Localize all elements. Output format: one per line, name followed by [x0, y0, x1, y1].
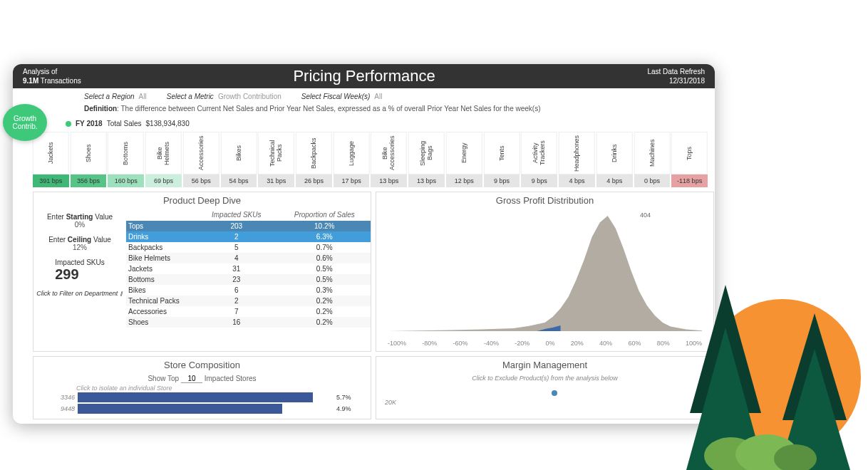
panel-store-composition: Store Composition Show Top Impacted Stor…	[33, 356, 371, 419]
deepdive-table: Impacted SKUs Proportion of Sales Tops20…	[126, 209, 371, 328]
analysis-label: Analysis of	[23, 67, 81, 76]
category-bps: 56 bps	[183, 174, 219, 187]
margin-point[interactable]	[552, 390, 557, 396]
dashboard: Analysis of 9.1M Transactions Pricing Pe…	[13, 64, 715, 424]
category-label: Bikes	[221, 132, 257, 174]
impacted-skus-label: Impacted SKUs	[55, 258, 104, 266]
col-impacted-skus: Impacted SKUs	[192, 211, 281, 219]
category-tents[interactable]: Tents9 bps	[484, 132, 520, 187]
table-row[interactable]: Tops20310.2%	[126, 221, 371, 231]
category-bps: 9 bps	[484, 174, 520, 187]
category-label: Drinks	[596, 132, 633, 174]
category-accessories[interactable]: Accessories56 bps	[183, 132, 219, 187]
category-bps: 391 bps	[33, 174, 69, 187]
start-value[interactable]: 0%	[47, 221, 113, 229]
category-label: Bike Accessories	[371, 132, 407, 174]
fy-dot-icon	[66, 121, 71, 127]
category-bps: 160 bps	[108, 174, 144, 187]
category-bps: 13 bps	[408, 174, 445, 187]
ceiling-value[interactable]: 12%	[48, 244, 111, 251]
category-shoes[interactable]: Shoes356 bps	[71, 132, 107, 187]
category-machines[interactable]: Machines0 bps	[634, 132, 671, 187]
category-sleeping-bags[interactable]: Sleeping Bags13 bps	[408, 132, 445, 187]
store-title: Store Composition	[33, 357, 371, 373]
start-value-label: Enter Starting Value	[47, 213, 113, 221]
category-bps: 0 bps	[634, 174, 671, 187]
category-bps: 17 bps	[334, 174, 370, 187]
panel-gross-profit: Gross Profit Distribution 404 -100%-80%-…	[376, 192, 714, 352]
deepdive-hint: Click to Filter on Department ⫿	[36, 290, 123, 297]
category-label: Technical Packs	[258, 132, 294, 174]
category-bps: 356 bps	[71, 174, 107, 187]
category-technical-packs[interactable]: Technical Packs31 bps	[258, 132, 294, 187]
category-activity-trackers[interactable]: Activity Trackers9 bps	[521, 132, 557, 187]
category-bps: 4 bps	[559, 174, 595, 187]
category-strip: Jackets391 bpsShoes356 bpsBottoms160 bps…	[33, 132, 708, 187]
category-energy[interactable]: Energy12 bps	[446, 132, 482, 187]
fy-sales-label: Total Sales	[107, 120, 142, 127]
store-top-n-input[interactable]	[181, 375, 202, 383]
category-drinks[interactable]: Drinks4 bps	[596, 132, 633, 187]
margin-y-tick: 20K	[385, 399, 396, 406]
deepdive-title: Product Deep Dive	[33, 192, 371, 209]
category-bottoms[interactable]: Bottoms160 bps	[108, 132, 144, 187]
table-row[interactable]: Bikes60.3%	[126, 285, 371, 296]
store-row[interactable]: 94484.9%	[33, 403, 371, 414]
table-row[interactable]: Technical Packs20.2%	[126, 296, 371, 306]
table-row[interactable]: Backpacks50.7%	[126, 242, 371, 253]
margin-chart[interactable]: 20K	[376, 383, 713, 419]
table-row[interactable]: Accessories70.2%	[126, 306, 371, 317]
table-row[interactable]: Drinks26.3%	[126, 231, 371, 242]
filter-metric[interactable]: Select a MetricGrowth Contribution	[167, 93, 281, 100]
store-row[interactable]: 33465.7%	[33, 392, 371, 403]
filter-region[interactable]: Select a RegionAll	[84, 93, 147, 100]
table-row[interactable]: Bottoms230.5%	[126, 274, 371, 285]
fy-sales-value: $138,934,830	[146, 120, 190, 127]
category-label: Tents	[484, 132, 520, 174]
category-bps: 12 bps	[446, 174, 482, 187]
store-subtitle: Show Top Impacted Stores	[33, 373, 371, 385]
gp-chart[interactable]: 404 -100%-80%-60%-40%-20%0%20%40%60%80%1…	[376, 209, 713, 351]
fy-row: FY 2018 Total Sales $138,934,830	[66, 117, 708, 130]
impacted-skus-value: 299	[55, 266, 104, 283]
refresh-date: 12/31/2018	[647, 76, 705, 85]
category-label: Headphones	[559, 132, 595, 174]
category-jackets[interactable]: Jackets391 bps	[33, 132, 69, 187]
col-proportion: Proportion of Sales	[281, 211, 369, 219]
category-label: Bike Helmets	[145, 132, 182, 174]
top-bar: Analysis of 9.1M Transactions Pricing Pe…	[13, 64, 715, 88]
growth-contrib-pill[interactable]: Growth Contrib.	[3, 104, 47, 141]
category-tops[interactable]: Tops-118 bps	[671, 132, 708, 187]
filter-bar: Select a RegionAll Select a MetricGrowth…	[13, 88, 715, 102]
store-hint: Click to isolate an individual Store	[33, 385, 371, 392]
top-bar-left: Analysis of 9.1M Transactions	[23, 67, 81, 85]
table-row[interactable]: Bike Helmets40.6%	[126, 253, 371, 263]
gp-x-axis: -100%-80%-60%-40%-20%0%20%40%60%80%100%	[388, 340, 702, 347]
filter-week[interactable]: Select Fiscal Week(s)All	[301, 93, 383, 100]
ceiling-value-label: Enter Ceiling Value	[48, 236, 111, 244]
category-luggage[interactable]: Luggage17 bps	[334, 132, 370, 187]
category-bike-accessories[interactable]: Bike Accessories13 bps	[371, 132, 407, 187]
category-label: Accessories	[183, 132, 219, 174]
category-headphones[interactable]: Headphones4 bps	[559, 132, 595, 187]
category-bps: 4 bps	[596, 174, 633, 187]
category-bps: 69 bps	[145, 174, 182, 187]
transactions-label: Transactions	[41, 77, 81, 85]
definition-text: : The difference between Current Net Sal…	[117, 105, 540, 113]
top-bar-right: Last Data Refresh 12/31/2018	[647, 67, 705, 85]
category-backpacks[interactable]: Backpacks26 bps	[296, 132, 332, 187]
gp-peak-label: 404	[640, 212, 651, 219]
table-row[interactable]: Shoes160.2%	[126, 317, 371, 328]
table-row[interactable]: Jackets310.5%	[126, 263, 371, 274]
gp-histogram	[388, 216, 702, 331]
category-label: Machines	[634, 132, 671, 174]
transactions-count: 9.1M	[23, 77, 38, 85]
category-bps: 9 bps	[521, 174, 557, 187]
category-label: Bottoms	[108, 132, 144, 174]
category-bike-helmets[interactable]: Bike Helmets69 bps	[145, 132, 182, 187]
category-label: Activity Trackers	[521, 132, 557, 174]
page-title: Pricing Performance	[293, 67, 435, 85]
category-bikes[interactable]: Bikes54 bps	[221, 132, 257, 187]
category-label: Backpacks	[296, 132, 332, 174]
decoration-bush	[703, 427, 817, 470]
